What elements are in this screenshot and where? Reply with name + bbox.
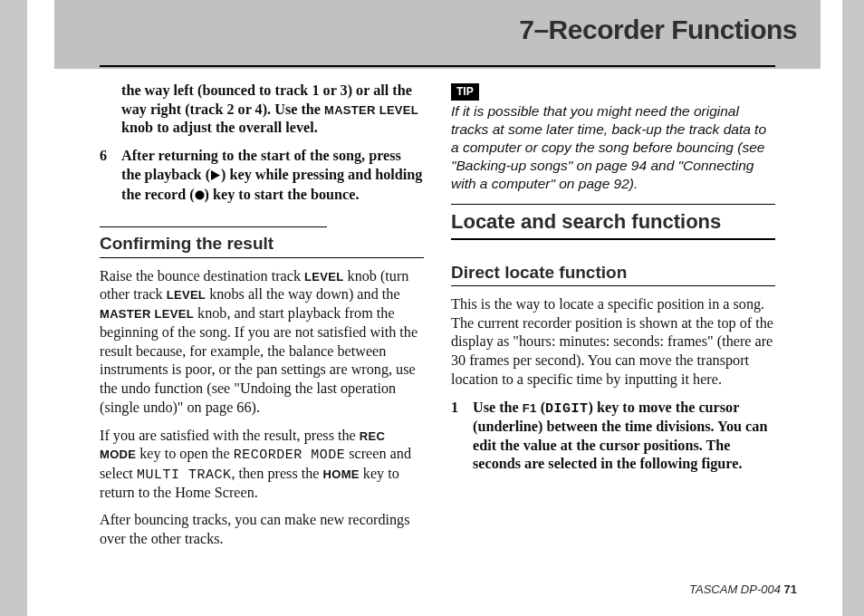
text: knob, and start playback from the beginn… [100,305,418,416]
tip-text: If it is possible that you might need th… [451,102,775,192]
confirm-para-3: After bouncing tracks, you can make new … [100,511,424,548]
text: key to open the [136,446,233,462]
text: If you are satisfied with the result, pr… [100,428,360,444]
tip-badge: TIP [451,83,479,101]
text: knob to adjust the overall level. [121,120,318,136]
footer-brand: TASCAM DP-004 [689,582,781,596]
step-1: 1 Use the F1 (DIGIT) key to move the cur… [451,399,775,474]
text: knobs all the way down) and the [206,286,399,303]
page-number: 71 [784,582,797,596]
step-6: 6 After returning to the start of the so… [100,147,424,205]
level-label: LEVEL [304,270,343,284]
right-column: TIP If it is possible that you might nee… [451,82,775,580]
content-columns: the way left (bounced to track 1 or 3) o… [100,82,775,580]
chapter-title: 7–Recorder Functions [519,14,797,45]
step-spacer [100,82,112,138]
locate-search-heading: Locate and search functions [451,204,775,240]
text: Raise the bounce destination track [100,268,304,284]
multi-track-option: MULTI TRACK [137,467,232,483]
recorder-mode-screen: RECORDER MODE [234,448,346,463]
confirming-result-heading: Confirming the result [100,226,424,257]
page-footer: TASCAM DP-004 71 [689,582,797,596]
svg-point-1 [195,190,204,199]
text: ) key to start the bounce. [205,187,360,203]
direct-locate-para: This is the way to locate a specific pos… [451,295,775,390]
step-5-cont-body: the way left (bounced to track 1 or 3) o… [121,82,424,138]
step-number: 1 [451,399,464,474]
home-key-label: HOME [323,467,360,481]
play-icon [210,167,221,186]
manual-page: 7–Recorder Functions the way left (bounc… [27,0,842,616]
record-icon [195,187,205,206]
confirm-para-2: If you are satisfied with the result, pr… [100,427,424,503]
step-6-body: After returning to the start of the song… [121,147,424,205]
tip-block: TIP If it is possible that you might nee… [451,82,775,193]
master-level-label: MASTER LEVEL [100,307,194,321]
level-label: LEVEL [167,288,206,302]
left-column: the way left (bounced to track 1 or 3) o… [100,82,424,580]
master-level-label: MASTER LEVEL [324,103,418,117]
svg-marker-0 [211,170,220,180]
f1-key-label: F1 [523,401,537,415]
step-5-continuation: the way left (bounced to track 1 or 3) o… [100,82,424,138]
step-number: 6 [100,147,112,205]
text: ( [537,399,545,416]
text: Use the [473,399,523,416]
confirm-para-1: Raise the bounce destination track LEVEL… [100,267,424,418]
text: , then press the [231,466,322,482]
digit-label: DIGIT [545,401,589,417]
step-1-body: Use the F1 (DIGIT) key to move the curso… [473,399,775,474]
direct-locate-heading: Direct locate function [451,262,775,286]
header-rule [100,65,775,67]
